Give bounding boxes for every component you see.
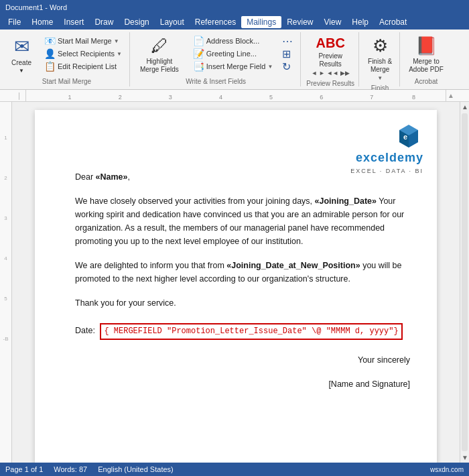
greeting-line-icon: 📝 xyxy=(193,48,204,59)
menu-view[interactable]: View xyxy=(319,16,347,28)
menu-acrobat[interactable]: Acrobat xyxy=(374,16,412,28)
select-recipients-arrow: ▼ xyxy=(117,51,122,57)
svg-text:e: e xyxy=(403,133,407,141)
ribbon-group-finish: ⚙ Finish &Merge ▼ Finish xyxy=(360,32,400,86)
para1-text: We have closely observed your activities… xyxy=(75,196,315,206)
insert-merge-field-icon: 📑 xyxy=(193,61,204,72)
logo-area: e exceldemy EXCEL · DATA · BI xyxy=(350,123,423,176)
menu-file[interactable]: File xyxy=(3,16,26,28)
match-fields-button[interactable]: ⊞ xyxy=(279,48,296,60)
ribbon-group-acrobat: 📕 Merge toAdobe PDF Acrobat xyxy=(401,32,451,86)
edit-recipient-list-icon: 📋 xyxy=(44,61,56,72)
menu-home[interactable]: Home xyxy=(26,16,58,28)
para2-start: We are delighted to inform you that from xyxy=(75,261,226,270)
menu-design[interactable]: Design xyxy=(119,16,154,28)
preview-results-icon: ABC xyxy=(316,36,345,51)
merge-to-pdf-icon: 📕 xyxy=(415,36,437,56)
preview-results-label: PreviewResults xyxy=(318,52,342,68)
edit-recipient-list-label: Edit Recipient List xyxy=(58,62,117,70)
start-mail-merge-button[interactable]: 📧 Start Mail Merge ▼ xyxy=(41,35,125,47)
ribbon-group-start-mail-merge: ✉ Create ▼ 📧 Start Mail Merge ▼ 👤 Select… xyxy=(4,32,130,86)
greeting-line-label: Greeting Line... xyxy=(206,50,257,58)
create-label: Create xyxy=(11,59,31,66)
write-insert-buttons: 🖊 HighlightMerge Fields 📄 Address Block.… xyxy=(135,34,296,76)
merge-to-pdf-button[interactable]: 📕 Merge toAdobe PDF xyxy=(405,34,447,76)
insert-merge-field-arrow: ▼ xyxy=(267,64,273,70)
menu-references[interactable]: References xyxy=(190,16,241,28)
page-info: Page 1 of 1 xyxy=(5,465,43,473)
date-label: Date: xyxy=(75,326,95,335)
ribbon-group-buttons: ✉ Create ▼ 📧 Start Mail Merge ▼ 👤 Select… xyxy=(8,34,125,76)
menu-insert[interactable]: Insert xyxy=(58,16,89,28)
write-insert-group-label: Write & Insert Fields xyxy=(186,76,246,85)
left-ruler: 1 2 3 4 5 -B xyxy=(0,102,12,463)
create-icon: ✉ xyxy=(14,36,29,58)
language-info: English (United States) xyxy=(98,465,174,473)
preview-nav: ◄ ► ◄◄ ▶▶ xyxy=(312,70,350,76)
title-bar: Document1 - Word xyxy=(0,0,469,15)
ribbon-group-write-insert: 🖊 HighlightMerge Fields 📄 Address Block.… xyxy=(131,32,301,86)
document-page: e exceldemy EXCEL · DATA · BI Dear «Name… xyxy=(35,110,437,463)
insert-merge-field-label: Insert Merge Field xyxy=(206,62,266,70)
create-dropdown: ▼ xyxy=(19,68,24,74)
highlight-icon: 🖊 xyxy=(151,36,168,56)
greeting-line-button[interactable]: 📝 Greeting Line... xyxy=(190,48,277,60)
logo-text: exceldemy xyxy=(356,149,423,167)
menu-bar: File Home Insert Draw Design Layout Refe… xyxy=(0,15,469,29)
highlight-label: HighlightMerge Fields xyxy=(140,58,179,74)
paragraph1: We have closely observed your activities… xyxy=(75,194,410,248)
document-area: 1 2 3 4 5 -B e exceldemy EXCEL · DATA · … xyxy=(0,102,469,463)
start-mail-merge-icon: 📧 xyxy=(44,36,56,46)
finish-merge-label: Finish &Merge xyxy=(368,58,392,74)
select-recipients-icon: 👤 xyxy=(44,48,56,59)
greeting-text: Dear xyxy=(75,172,93,182)
merge-to-pdf-label: Merge toAdobe PDF xyxy=(409,58,444,74)
finish-merge-button[interactable]: ⚙ Finish &Merge ▼ xyxy=(364,34,395,83)
closing-text: Your sincerely xyxy=(75,353,410,367)
preview-group-label: Preview Results xyxy=(306,78,354,87)
wsxdn-watermark: wsxdn.com xyxy=(430,466,464,473)
insert-merge-field-button[interactable]: 📑 Insert Merge Field ▼ xyxy=(190,60,277,72)
select-recipients-button[interactable]: 👤 Select Recipients ▼ xyxy=(41,48,125,60)
joining-date-position-field: «Joining_Date_at_New_Position» xyxy=(226,261,360,270)
closing-paragraph: Your sincerely xyxy=(75,353,410,367)
logo-svg: e xyxy=(394,123,423,149)
menu-help[interactable]: Help xyxy=(346,16,374,28)
signature-text: [Name and Signature] xyxy=(328,379,410,389)
name-merge-field: «Name» xyxy=(96,172,128,182)
right-scrollbar: ▲ ▼ xyxy=(460,102,469,463)
edit-recipient-list-button[interactable]: 📋 Edit Recipient List xyxy=(41,60,125,72)
address-block-label: Address Block... xyxy=(206,37,259,45)
scroll-down-button[interactable]: ▼ xyxy=(460,453,469,463)
menu-mailings[interactable]: Mailings xyxy=(241,16,281,28)
start-mail-merge-group-label: Start Mail Merge xyxy=(42,76,91,85)
page-wrapper: e exceldemy EXCEL · DATA · BI Dear «Name… xyxy=(12,102,460,463)
date-merge-field: { MERGEFIELD "Promotion_Letter_Issue_Dat… xyxy=(100,323,402,340)
mail-merge-stack: 📧 Start Mail Merge ▼ 👤 Select Recipients… xyxy=(41,34,125,72)
create-button[interactable]: ✉ Create ▼ xyxy=(8,34,35,76)
paragraph2: We are delighted to inform you that from… xyxy=(75,259,410,286)
scroll-up-button[interactable]: ▲ xyxy=(460,102,469,112)
highlight-merge-fields-button[interactable]: 🖊 HighlightMerge Fields xyxy=(135,34,184,76)
rules-button[interactable]: ⋯ xyxy=(279,35,296,47)
extra-icons-stack: ⋯ ⊞ ↻ xyxy=(279,34,296,72)
menu-layout[interactable]: Layout xyxy=(155,16,190,28)
finish-merge-arrow: ▼ xyxy=(377,75,383,81)
select-recipients-label: Select Recipients xyxy=(58,50,115,58)
joining-date-field: «Joining_Date» xyxy=(315,196,377,206)
signature-paragraph: [Name and Signature] xyxy=(75,377,410,391)
ribbon-group-preview: ABC PreviewResults ◄ ► ◄◄ ▶▶ Preview Res… xyxy=(302,32,359,86)
finish-merge-icon: ⚙ xyxy=(373,36,388,56)
menu-review[interactable]: Review xyxy=(281,16,318,28)
update-labels-button[interactable]: ↻ xyxy=(279,60,296,72)
address-block-button[interactable]: 📄 Address Block... xyxy=(190,35,277,47)
scroll-thumb[interactable] xyxy=(462,113,468,451)
preview-results-button[interactable]: ABC PreviewResults ◄ ► ◄◄ ▶▶ xyxy=(308,34,353,78)
letter-content: Dear «Name», We have closely observed yo… xyxy=(75,170,410,391)
thank-you-text: Thank you for your service. xyxy=(75,298,176,308)
word-count: Words: 87 xyxy=(54,465,87,473)
finish-buttons: ⚙ Finish &Merge ▼ xyxy=(364,34,395,83)
menu-draw[interactable]: Draw xyxy=(89,16,119,28)
insert-fields-stack: 📄 Address Block... 📝 Greeting Line... 📑 … xyxy=(190,34,277,72)
start-mail-merge-label: Start Mail Merge xyxy=(58,37,112,45)
